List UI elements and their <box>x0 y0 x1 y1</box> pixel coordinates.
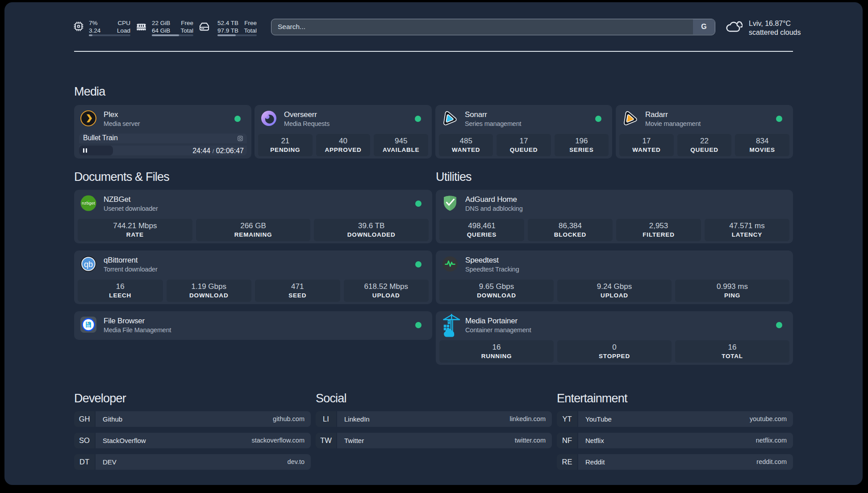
svg-text:qb: qb <box>84 260 93 269</box>
